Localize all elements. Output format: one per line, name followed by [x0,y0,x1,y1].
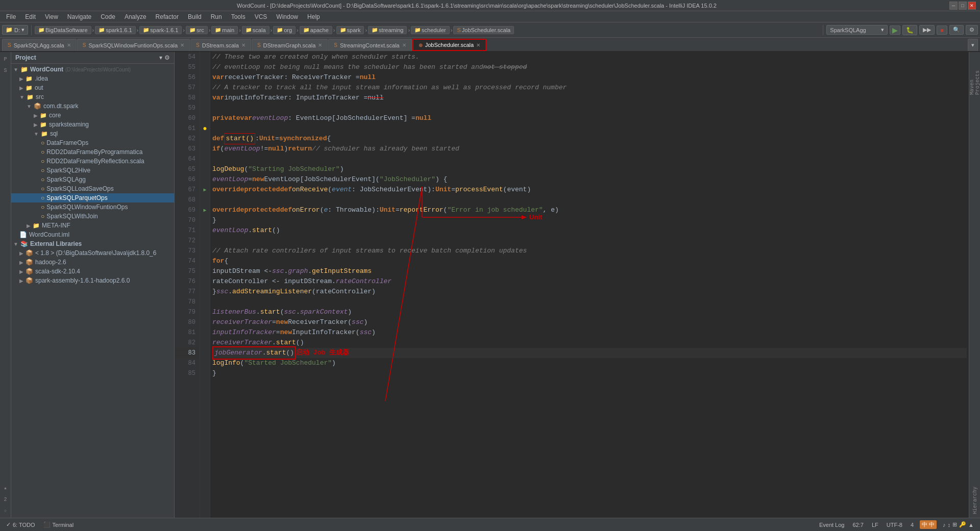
tree-item-sparksql2hive[interactable]: ○ SparkSQL2Hive [11,166,174,175]
tab-close-icon[interactable]: ✕ [476,42,480,48]
ime-status[interactable]: 中 中 [920,520,937,529]
breadcrumb-streaming[interactable]: 📁 streaming [368,26,407,34]
tab-close-icon[interactable]: ✕ [318,42,322,48]
menu-edit[interactable]: Edit [21,12,40,21]
tree-item-src[interactable]: ▼ 📁 src [11,92,174,102]
todo-btn[interactable]: ✓ 6: TODO [4,521,37,528]
tree-item-spark-assembly[interactable]: ▶ 📦 spark-assembly-1.6.1-hadoop2.6.0 [11,276,174,285]
project-tree[interactable]: ▼ 📁 WordCount (D:\IdeaProjects\WordCount… [11,64,174,518]
menu-analyze[interactable]: Analyze [120,12,151,21]
menu-window[interactable]: Window [272,12,302,21]
breadcrumb-src[interactable]: 📁 src [186,26,208,34]
tree-item-sql[interactable]: ▼ 📁 sql [11,129,174,138]
tree-item-rdd2df[interactable]: ○ RDD2DataFrameByProgrammatica [11,147,174,157]
menu-view[interactable]: View [41,12,62,21]
tab-jobscheduler[interactable]: ⊕ JobScheduler.scala ✕ [412,39,486,51]
project-dropdown-icon[interactable]: ▾ [159,54,162,61]
tree-item-rdd2dfr[interactable]: ○ RDD2DataFrameByReflection.scala [11,157,174,166]
minimize-button[interactable]: ─ [949,2,958,10]
tab-sparksqlagg[interactable]: S SparkSQLAgg.scala ✕ [2,39,77,51]
indent-indicator[interactable]: 4 [909,522,916,528]
gear-icon[interactable]: ⚙ [164,54,170,61]
breadcrumb-scheduler[interactable]: 📁 scheduler [411,26,450,34]
gutter-79 [200,307,210,317]
folder-icon: 📁 [414,27,421,33]
tree-item-sparksqlagg[interactable]: ○ SparkSQLAgg [11,175,174,184]
menu-help[interactable]: Help [303,12,324,21]
tree-item-windowops[interactable]: ○ SparkSQLWindowFuntionOps [11,203,174,212]
menu-navigate[interactable]: Navigate [63,12,95,21]
tree-item-metainf[interactable]: ▶ 📁 META-INF [11,221,174,230]
tree-item-core[interactable]: ▶ 📁 core [11,111,174,120]
run-coverage-btn[interactable]: ▶▶ [919,25,935,35]
tab-close-icon[interactable]: ✕ [67,42,71,48]
code-line-55: // eventLoop not being null means the sc… [212,62,967,72]
menu-build[interactable]: Build [184,12,206,21]
stop-button[interactable]: ■ [937,26,947,35]
run-button[interactable]: ▶ [890,26,900,35]
menu-refactor[interactable]: Refactor [152,12,183,21]
tree-item-parquetops[interactable]: ○ SparkSQLParquetOps [11,193,174,203]
breadcrumb-org[interactable]: 📁 org [273,26,296,34]
tab-sparksqlwindow[interactable]: S SparkSQLWindowFuntionOps.scala ✕ [77,39,190,51]
settings-btn[interactable]: ⚙ [966,25,978,35]
menu-file[interactable]: File [2,12,20,21]
breadcrumb-main[interactable]: 📁 main [211,26,238,34]
tab-dstream[interactable]: S DStream.scala ✕ [190,39,251,51]
tree-item-wordcount[interactable]: ▼ 📁 WordCount (D:\IdeaProjects\WordCount… [11,65,174,74]
star-icon[interactable]: ☆ [1,505,11,516]
tree-item-dataframeops[interactable]: ○ DataFrameOps [11,138,174,147]
project-icon[interactable]: P [1,54,11,64]
search-everywhere-btn[interactable]: 🔍 [949,25,964,35]
breadcrumb-bigdata[interactable]: 📁 BigDataSoftware [35,26,91,34]
scala-icon: S [196,42,200,48]
tab-close-icon[interactable]: ✕ [402,42,406,48]
run-config-btn[interactable]: SparkSQLAgg ▾ [826,25,888,35]
maximize-button[interactable]: □ [959,2,967,10]
tree-item-scala[interactable]: ▶ 📦 scala-sdk-2.10.4 [11,267,174,276]
maven-icon[interactable]: Maven Projects [969,54,981,95]
hierarchy-icon[interactable]: Hierarchy [969,485,981,516]
project-dropdown[interactable]: 📁 D: ▾ [2,25,28,35]
tab-close-icon[interactable]: ✕ [241,42,246,48]
tree-item-loadops[interactable]: ○ SparkSQLLoadSaveOps [11,184,174,193]
structure-icon[interactable]: S [1,65,11,75]
tree-item-withjoin[interactable]: ○ SparkSQLWithJoin [11,212,174,221]
breadcrumb-spark161[interactable]: 📁 spark1.6.1 [95,26,135,34]
menu-tools[interactable]: Tools [227,12,250,21]
tab-dstreamgraph[interactable]: S DStreamGraph.scala ✕ [252,39,328,51]
menu-vcs[interactable]: VCS [251,12,272,21]
tree-item-extlibs[interactable]: ▼ 📚 External Libraries [11,239,174,248]
menu-run[interactable]: Run [207,12,226,21]
tab-streamingcontext[interactable]: S StreamingContext.scala ✕ [328,39,411,51]
tree-item-out[interactable]: ▶ 📁 out [11,83,174,92]
breadcrumb-scala[interactable]: 📁 scala [242,26,270,34]
tab-close-icon[interactable]: ✕ [180,42,184,48]
code-container[interactable]: 54 55 56 57 58 59 60 61 62 63 64 65 66 6… [175,52,980,518]
line-num-65: 65 [175,164,200,174]
code-text: . [308,266,312,276]
terminal-btn[interactable]: ⬛ Terminal [41,521,76,528]
breadcrumb-apache[interactable]: 📁 apache [300,26,332,34]
encoding-indicator[interactable]: UTF-8 [885,522,904,528]
tree-item-sparksteaming[interactable]: ▶ 📁 sparksteaming [11,120,174,129]
position-indicator[interactable]: 62:7 [850,522,865,528]
tree-item-hadoop[interactable]: ▶ 📦 hadoop-2.6 [11,258,174,267]
favorites-icon[interactable]: ★ [1,483,11,493]
line-num-70: 70 [175,215,200,225]
breadcrumb-file[interactable]: S JobScheduler.scala [453,26,514,34]
tree-item-comdt[interactable]: ▼ 📦 com.dt.spark [11,102,174,111]
tree-item-idea[interactable]: ▶ 📁 .idea [11,74,174,83]
close-button[interactable]: ✕ [968,2,976,10]
event-log-btn[interactable]: Event Log [817,522,847,528]
debug-button[interactable]: 🐛 [902,25,917,35]
breadcrumb-spark[interactable]: 📁 spark [336,26,364,34]
tab-overflow-btn[interactable]: ▾ [968,39,978,51]
lf-indicator[interactable]: LF [870,522,880,528]
menu-code[interactable]: Code [96,12,119,21]
tree-item-jdk[interactable]: ▶ 📦 < 1.8 > (D:\BigDataSoftware\Java\jdk… [11,248,174,258]
code-lines[interactable]: // These two are created only when sched… [210,52,969,518]
two-icon[interactable]: 2 [1,494,11,504]
tree-item-iml[interactable]: 📄 WordCount.iml [11,230,174,239]
breadcrumb-spark161v[interactable]: 📁 spark-1.6.1 [139,26,182,34]
